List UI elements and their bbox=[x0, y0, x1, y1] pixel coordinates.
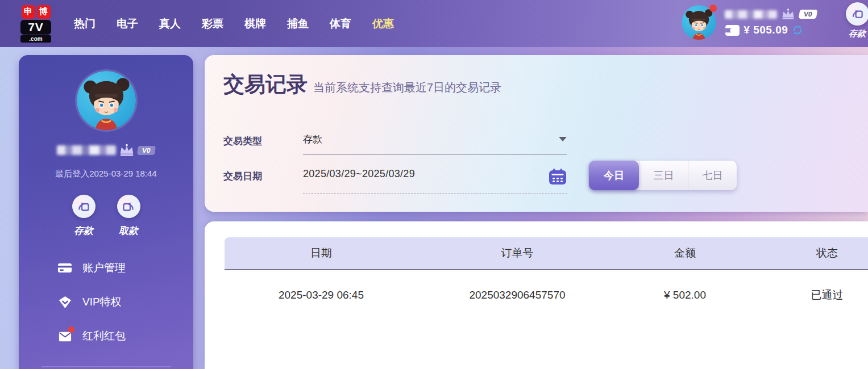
brand-block-bo: 博 bbox=[37, 5, 51, 19]
brand-logo[interactable]: 申 博 7V .com bbox=[20, 5, 51, 43]
table-row: 2025-03-29 06:45 2025032906457570 ¥ 502.… bbox=[225, 270, 868, 320]
deposit-icon bbox=[72, 195, 95, 218]
menu-label-account: 账户管理 bbox=[82, 261, 126, 275]
row-amount: ¥ 502.00 bbox=[617, 289, 753, 301]
sidebar-username-blurred bbox=[57, 145, 116, 155]
column-header-amount: 金额 bbox=[617, 246, 753, 261]
transaction-date-value: 2025/03/29~2025/03/29 bbox=[303, 168, 415, 180]
sidebar-item-bonus-redpacket[interactable]: 红利红包 bbox=[57, 329, 193, 343]
sidebar-vip-crown-icon bbox=[118, 144, 135, 157]
wallet-icon bbox=[725, 24, 740, 36]
chevron-down-icon bbox=[559, 137, 567, 141]
range-button-7days[interactable]: 七日 bbox=[688, 161, 737, 190]
transaction-type-select[interactable]: 存款 bbox=[303, 133, 567, 155]
menu-label-redpacket: 红利红包 bbox=[82, 329, 126, 343]
nav-item-chess[interactable]: 棋牌 bbox=[244, 16, 266, 31]
redpacket-notification-dot bbox=[68, 326, 74, 333]
page-title: 交易记录 bbox=[223, 70, 308, 99]
range-button-today[interactable]: 今日 bbox=[589, 161, 639, 190]
vip-level-badge: V0 bbox=[799, 10, 818, 19]
bank-card-icon bbox=[57, 261, 72, 275]
page-subtitle: 当前系统支持查询最近7日的交易记录 bbox=[313, 80, 501, 95]
notification-dot bbox=[709, 5, 717, 12]
vip-crown-icon bbox=[780, 9, 796, 20]
balance-row: ¥ 505.09 bbox=[725, 24, 817, 36]
refresh-balance-icon[interactable] bbox=[791, 24, 804, 36]
transaction-table-panel: 日期 订单号 金额 状态 2025-03-29 06:45 2025032906… bbox=[205, 221, 868, 369]
date-range-button-group: 今日 三日 七日 bbox=[589, 161, 737, 190]
sidebar-item-vip-privileges[interactable]: VIP特权 bbox=[57, 295, 193, 309]
profile-sidebar: V0 最后登入2025-03-29 18:44 存款 取款 bbox=[19, 55, 193, 369]
sidebar-quick-actions: 存款 取款 bbox=[19, 195, 193, 237]
quick-deposit-label: 存款 bbox=[849, 28, 866, 39]
brand-block-7v: 7V bbox=[20, 20, 51, 35]
avatar-image-large bbox=[77, 71, 136, 130]
quick-deposit-button[interactable]: 存款 bbox=[841, 2, 868, 39]
row-date: 2025-03-29 06:45 bbox=[225, 289, 418, 301]
user-avatar-large[interactable] bbox=[77, 71, 136, 130]
nav-item-fishing[interactable]: 捕鱼 bbox=[287, 16, 309, 31]
sidebar-withdraw-button[interactable]: 取款 bbox=[117, 195, 140, 237]
nav-item-hot[interactable]: 热门 bbox=[74, 16, 95, 31]
username-row: V0 bbox=[725, 9, 817, 20]
sidebar-menu: 账户管理 VIP特权 红利 bbox=[19, 261, 193, 343]
main-nav: 热门 电子 真人 彩票 棋牌 捕鱼 体育 优惠 bbox=[74, 16, 394, 31]
menu-label-vip: VIP特权 bbox=[82, 295, 122, 309]
panel-title-row: 交易记录 当前系统支持查询最近7日的交易记录 bbox=[205, 55, 868, 99]
sidebar-item-account-management[interactable]: 账户管理 bbox=[57, 261, 193, 275]
sidebar-deposit-button[interactable]: 存款 bbox=[72, 195, 95, 237]
column-header-date: 日期 bbox=[225, 246, 418, 261]
user-meta: V0 ¥ 505.09 bbox=[725, 9, 817, 36]
top-navigation-bar: 申 博 7V .com 热门 电子 真人 彩票 棋牌 捕鱼 体育 优惠 bbox=[0, 0, 868, 47]
last-login-text: 最后登入2025-03-29 18:44 bbox=[19, 169, 193, 179]
row-order-number: 2025032906457570 bbox=[418, 289, 617, 301]
brand-logo-top: 申 博 bbox=[22, 5, 51, 19]
quick-deposit-icon bbox=[846, 2, 868, 26]
calendar-icon[interactable] bbox=[549, 168, 567, 185]
transaction-type-label: 交易类型 bbox=[223, 135, 298, 148]
user-account-box: V0 ¥ 505.09 bbox=[682, 5, 817, 40]
nav-item-live[interactable]: 真人 bbox=[159, 16, 181, 31]
transaction-type-value: 存款 bbox=[303, 133, 322, 146]
column-header-status: 状态 bbox=[753, 246, 868, 261]
vip-gem-icon bbox=[57, 295, 72, 309]
nav-item-slots[interactable]: 电子 bbox=[117, 16, 138, 31]
sidebar-username-row: V0 bbox=[19, 144, 193, 157]
row-status: 已通过 bbox=[753, 288, 868, 303]
withdraw-icon bbox=[117, 195, 140, 218]
username-blurred bbox=[725, 10, 777, 19]
table-header: 日期 订单号 金额 状态 bbox=[225, 237, 868, 270]
column-header-order-number: 订单号 bbox=[418, 246, 617, 261]
brand-block-shen: 申 bbox=[22, 5, 35, 19]
sidebar-vip-level-badge: V0 bbox=[137, 146, 156, 155]
withdraw-label: 取款 bbox=[119, 224, 138, 237]
wallet-balance: ¥ 505.09 bbox=[744, 24, 788, 36]
sidebar-divider bbox=[41, 366, 171, 367]
range-button-3days[interactable]: 三日 bbox=[639, 161, 688, 190]
nav-item-promotions[interactable]: 优惠 bbox=[372, 16, 394, 31]
deposit-label: 存款 bbox=[74, 224, 93, 237]
page: 申 博 7V .com 热门 电子 真人 彩票 棋牌 捕鱼 体育 优惠 bbox=[0, 0, 868, 369]
nav-item-lottery[interactable]: 彩票 bbox=[202, 16, 223, 31]
envelope-icon bbox=[57, 329, 72, 343]
transaction-date-label: 交易日期 bbox=[223, 170, 298, 183]
brand-block-com: .com bbox=[20, 35, 51, 43]
transaction-date-input[interactable]: 2025/03/29~2025/03/29 bbox=[303, 168, 567, 194]
user-avatar-small[interactable] bbox=[682, 5, 716, 40]
nav-item-sports[interactable]: 体育 bbox=[330, 16, 351, 31]
transaction-filter-panel: 交易记录 当前系统支持查询最近7日的交易记录 交易类型 存款 交易日期 2025… bbox=[205, 55, 868, 212]
